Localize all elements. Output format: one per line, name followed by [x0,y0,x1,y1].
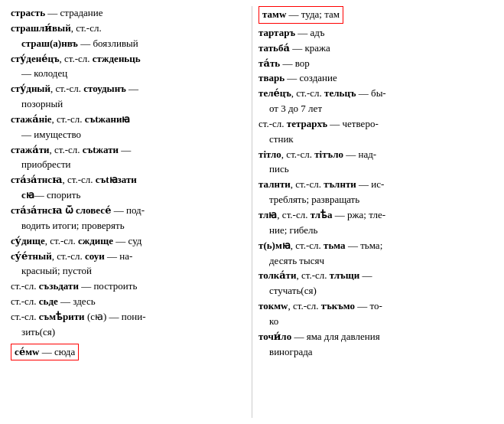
entry-sudishche: су́дище, ст.-сл. сждище — суд [11,234,245,249]
entry-stazhanie-1: стажа́нiе, ст.-сл. съtжаниꙗ [11,113,245,127]
entry-telets-2: от 3 до 7 лет [259,102,493,116]
right-column: тамw — туда; там тартаръ — адъ татьба́ —… [252,6,499,418]
entry-taliti-2: треблять; развращать [259,193,493,207]
entry-titlo-1: тiтло, ст.-сл. тiтъло — над- [259,148,493,162]
entry-studny-1: сту́дный, ст.-сл. стоудынъ — [11,82,245,96]
entry-tamu-text: тамw — туда; там [262,8,340,20]
entry-tamu-box: тамw — туда; там [259,6,343,24]
entry-stazatisya2-1: ста́за́тнсꙗ ѿ словесе́ — под- [11,204,245,218]
entry-strashlivy-1: страшли́вый, ст.-сл. [11,21,245,36]
page: страсть — страдание страшли́вый, ст.-сл.… [0,0,504,424]
entry-telets-1: теле́цъ, ст.-сл. тельцъ — бы- [259,86,493,101]
entry-tat: та́ть — вор [259,57,493,71]
left-column: страсть — страдание страшли́вый, ст.-сл.… [5,6,252,418]
entry-tokmu-1: токмw, ст.-сл. тъкъмо — то- [259,299,493,314]
entry-syudu-box: се́мw — сюда [11,344,79,361]
entry-tetrarkh-2: стник [259,132,493,147]
entry-strast: страсть — страдание [11,6,245,21]
entry-stazatisya-1: ста́за́тнсꙗ, ст.-сл. съtꙗзати [11,173,245,188]
entry-sozdati: ст.-сл. съзьдати — построить [11,279,245,294]
entry-tatba: татьба́ — кража [259,41,493,56]
entry-tma-1: т(ь)мꙗ, ст.-сл. тьма — тьма; [259,239,493,253]
entry-tlya-1: тлꙗ, ст.-сл. тлѣа — ржа; тле- [259,208,493,223]
entry-stazhanie-2: — имущество [11,128,245,142]
entry-smeriti-1: ст.-сл. съмѣрити (сꙗ) — пони- [11,310,245,325]
entry-stazatisya-2: сꙗ— спорить [11,188,245,203]
entry-syudu-text: се́мw — сюда [15,346,75,357]
entry-tolkati-1: толка́ти, ст.-сл. тлъщи — [259,269,493,283]
entry-strashlivy-2: страш(а)нвъ — боязливый [11,37,245,51]
entry-smeriti-2: зить(ся) [11,325,245,340]
entry-stazhati-1: стажа́ти, ст.-сл. съtжати — [11,143,245,158]
entry-tetrarkh-1: ст.-сл. тетрархъ — четверо- [259,117,493,132]
entry-sde: ст.-сл. сьде — здесь [11,295,245,309]
entry-tochilo-2: винограда [259,345,493,360]
entry-tartar: тартаръ — адъ [259,26,493,41]
entry-tvar: тварь — создание [259,71,493,86]
entry-tochilo-1: точи́ло — яма для давления [259,330,493,344]
entry-tma-2: десять тысяч [259,254,493,269]
entry-stazhati-2: приобрести [11,158,245,172]
entry-suetny-1: су́е́тный, ст.-сл. соуи — на- [11,250,245,264]
entry-suetny-2: красный; пустой [11,264,245,279]
entry-tlya-2: ние; гибель [259,223,493,238]
entry-stazatisya2-2: водить итоги; проверять [11,219,245,233]
entry-tokmu-2: ко [259,315,493,329]
entry-studenets-1: сту́дене́цъ, ст.-сл. стжденьць [11,52,245,67]
entry-studenets-2: — колодец [11,67,245,81]
entry-studny-2: позорный [11,97,245,112]
entry-titlo-2: пись [259,162,493,177]
entry-taliti-1: талнти, ст.-сл. тълнти — ис- [259,178,493,192]
entry-tolkati-2: стучать(ся) [259,284,493,298]
